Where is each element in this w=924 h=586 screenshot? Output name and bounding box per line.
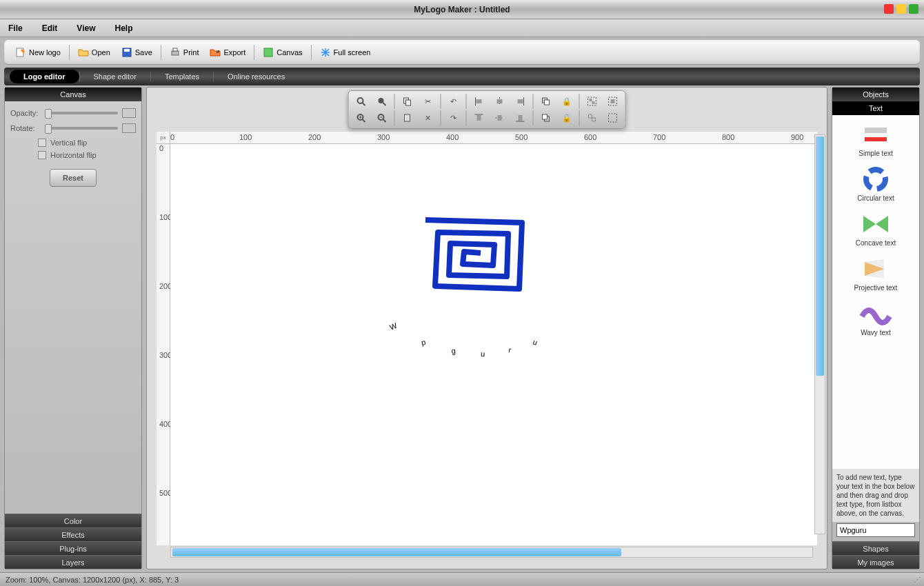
text-input[interactable] [836,523,915,537]
hflip-checkbox[interactable] [38,151,46,159]
send-back-button[interactable] [536,110,556,125]
align-bottom-button[interactable] [511,110,530,125]
svg-text:u: u [481,350,487,358]
save-button[interactable]: Save [117,45,157,60]
wavy-text-icon [859,300,892,327]
lock-button[interactable]: 🔒 [557,94,576,109]
export-icon [210,47,221,58]
text-tab[interactable]: Text [832,101,919,115]
svg-rect-51 [865,128,887,133]
rotate-slider[interactable] [45,127,118,130]
tab-shape-editor[interactable]: Shape editor [80,70,150,83]
text-types-list: Simple text Circular text Concave text P… [832,115,919,469]
ungroup-button[interactable] [583,110,602,125]
tab-templates[interactable]: Templates [151,70,213,83]
cut-button[interactable]: ✂ [419,94,438,109]
resize-grip-icon[interactable]: ⋰ [914,576,921,585]
menu-view[interactable]: View [77,23,95,33]
myimages-tab[interactable]: My images [832,555,919,569]
svg-rect-13 [476,99,482,103]
tab-online-resources[interactable]: Online resources [214,70,299,83]
opacity-slider[interactable] [45,112,118,114]
circular-text-icon [859,165,892,193]
fullscreen-button[interactable]: Full screen [316,45,375,60]
print-icon [170,47,181,58]
maximize-icon[interactable] [909,4,918,14]
horizontal-scrollbar[interactable] [170,547,813,558]
bring-front-button[interactable] [536,94,556,109]
svg-text:W: W [388,321,399,332]
svg-line-9 [383,103,386,105]
accordion-effects[interactable]: Effects [5,527,141,541]
svg-rect-35 [477,115,481,121]
rotate-value[interactable] [122,123,136,133]
menu-file[interactable]: File [8,23,23,33]
svg-rect-5 [264,48,272,57]
close-icon[interactable] [884,4,894,14]
zoom-actual-button[interactable] [352,94,371,109]
new-logo-button[interactable]: New logo [11,45,65,60]
accordion-layers[interactable]: Layers [5,555,141,569]
menu-edit[interactable]: Edit [42,23,58,33]
svg-rect-37 [498,115,502,121]
logo-artwork[interactable]: W p g u r u [384,213,591,380]
concave-text-item[interactable]: Concave text [854,209,897,248]
new-icon [15,47,26,58]
vflip-checkbox[interactable] [38,139,46,147]
window-title: MyLogo Maker : Untitled [414,5,510,14]
svg-rect-24 [611,99,615,103]
text-hint: To add new text, type your text in the b… [832,469,919,522]
align-left-button[interactable] [470,94,489,109]
projective-text-item[interactable]: Projective text [853,254,899,293]
svg-rect-4 [173,48,177,51]
group-button[interactable] [583,94,602,109]
align-vcenter-button[interactable] [490,110,510,125]
canvas-viewport[interactable]: W p g u r u [170,144,817,545]
unlock-button[interactable]: 🔓 [557,110,576,125]
simple-text-item[interactable]: Simple text [857,119,894,159]
canvas-button[interactable]: Canvas [259,45,306,60]
canvas-panel-header: Canvas [5,88,141,101]
copy-button[interactable] [398,94,417,109]
svg-rect-19 [545,100,550,105]
shapes-tab[interactable]: Shapes [832,541,919,555]
zoom-out-button[interactable] [372,110,392,125]
align-right-button[interactable] [511,94,530,109]
delete-button[interactable]: ✕ [419,110,438,125]
circular-text-item[interactable]: Circular text [856,164,895,203]
rotate-label: Rotate: [10,124,41,132]
svg-rect-41 [543,114,548,119]
status-text: Zoom: 100%, Canvas: 1200x1200 (px), X: 8… [6,576,179,584]
vflip-label: Vertical flip [50,139,87,147]
fullscreen-icon [320,47,331,58]
accordion-plugins[interactable]: Plug-ins [5,541,141,555]
svg-rect-3 [172,51,179,55]
tab-logo-editor[interactable]: Logo editor [10,70,79,83]
svg-rect-42 [589,114,592,118]
save-icon [121,47,132,58]
minimize-icon[interactable] [896,4,906,14]
opacity-value[interactable] [122,108,136,118]
select-all-button[interactable] [603,94,623,109]
concave-text-icon [859,210,892,238]
accordion-color[interactable]: Color [5,514,141,527]
undo-button[interactable]: ↶ [444,94,463,109]
svg-rect-32 [405,114,410,121]
redo-button[interactable]: ↷ [444,110,463,125]
svg-rect-52 [865,137,887,141]
zoom-in-button[interactable] [352,110,371,125]
vertical-scrollbar[interactable] [814,134,825,534]
zoom-fit-button[interactable] [372,94,392,109]
open-button[interactable]: Open [74,45,114,60]
wavy-text-item[interactable]: Wavy text [858,299,894,338]
paste-button[interactable] [398,110,417,125]
deselect-button[interactable] [603,110,623,125]
align-top-button[interactable] [470,110,489,125]
menu-help[interactable]: Help [114,23,132,33]
reset-button[interactable]: Reset [50,169,97,187]
canvas-area: ✂ ↶ 🔒 ✕ ↷ [146,87,827,569]
export-button[interactable]: Export [205,45,250,60]
align-hcenter-button[interactable] [490,94,510,109]
floating-toolbar: ✂ ↶ 🔒 ✕ ↷ [348,90,626,129]
print-button[interactable]: Print [165,45,203,60]
